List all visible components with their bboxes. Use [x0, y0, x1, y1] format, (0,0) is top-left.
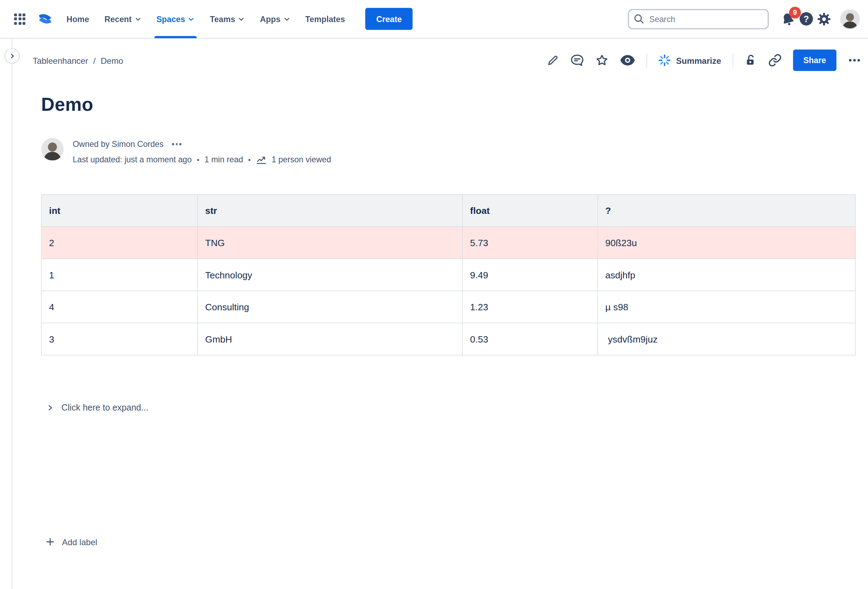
nav-item-apps[interactable]: Apps: [260, 0, 290, 38]
gear-icon: [817, 12, 831, 26]
notifications-button[interactable]: 9: [779, 9, 797, 29]
app-switcher-button[interactable]: [12, 12, 27, 26]
chevron-down-icon: [134, 15, 141, 22]
analytics-chart-icon: [256, 154, 267, 165]
nav-item-home[interactable]: Home: [66, 0, 90, 38]
data-table: int str float ? 2 TNG 5.73 90ß23u 1 Tech…: [41, 194, 855, 355]
active-tab-underline: [154, 36, 197, 38]
chevron-right-icon: [9, 53, 15, 59]
owner-avatar[interactable]: [41, 138, 63, 161]
breadcrumb: Tableenhancer / Demo: [32, 39, 123, 82]
byline-text: Owned by Simon Cordes Last updated: just…: [72, 138, 331, 166]
pencil-icon: [547, 54, 559, 66]
breadcrumb-page-link[interactable]: Demo: [101, 55, 123, 65]
table-cell: asdjhfp: [598, 259, 855, 291]
more-actions-button[interactable]: [848, 54, 861, 67]
ellipsis-icon: [848, 54, 861, 67]
chevron-down-icon: [188, 15, 195, 22]
column-header-int: int: [41, 194, 198, 227]
page-title: Demo: [41, 94, 93, 115]
table-cell: ysdvßm9juz: [598, 323, 855, 355]
byline: Owned by Simon Cordes Last updated: just…: [41, 138, 331, 166]
restrictions-button[interactable]: [744, 54, 757, 66]
table-cell: TNG: [198, 227, 462, 259]
search-field: [628, 9, 769, 29]
last-updated-label: Last updated: just a moment ago: [72, 155, 192, 164]
divider: [647, 53, 647, 67]
column-header-question: ?: [598, 194, 855, 227]
viewed-count-label[interactable]: 1 person viewed: [272, 155, 331, 164]
nav-item-spaces[interactable]: Spaces: [156, 0, 195, 38]
plus-icon: [45, 537, 55, 547]
confluence-logo-icon: [37, 11, 53, 26]
table-row: 2 TNG 5.73 90ß23u: [41, 227, 855, 259]
summarize-button[interactable]: Summarize: [658, 54, 721, 66]
table-header-row: int str float ?: [41, 194, 855, 227]
expand-toggle[interactable]: Click here to expand...: [47, 403, 148, 413]
question-mark-icon: ?: [799, 11, 813, 26]
table-cell: 9.49: [462, 259, 598, 291]
confluence-logo[interactable]: [37, 11, 53, 26]
edit-button[interactable]: [547, 54, 559, 66]
copy-link-button[interactable]: [768, 54, 782, 67]
dot-separator: •: [197, 155, 199, 164]
nav-label: Teams: [210, 15, 235, 24]
favourite-star-button[interactable]: [595, 54, 609, 67]
table-cell: Consulting: [198, 291, 462, 323]
column-header-float: float: [462, 194, 598, 227]
table-cell: 4: [41, 291, 198, 323]
table-cell: 2: [41, 227, 198, 259]
table-cell: 1.23: [462, 291, 598, 323]
table-cell: 1: [41, 259, 198, 291]
nav-item-recent[interactable]: Recent: [105, 0, 142, 38]
nav-label: Templates: [305, 15, 345, 24]
nav-label: Apps: [260, 15, 280, 24]
settings-button[interactable]: [815, 9, 833, 29]
share-button[interactable]: Share: [793, 49, 836, 71]
breadcrumb-separator: /: [93, 55, 96, 65]
comment-button[interactable]: [570, 54, 584, 67]
table-cell: 0.53: [462, 323, 598, 355]
search-icon: [633, 13, 645, 25]
help-button[interactable]: ?: [797, 9, 815, 29]
avatar-photo: [41, 138, 63, 161]
primary-nav: Home Recent Spaces Teams Apps Templates: [66, 0, 345, 38]
chevron-right-icon: [47, 404, 53, 411]
table-cell: 5.73: [462, 227, 598, 259]
chevron-down-icon: [283, 15, 290, 22]
page-actions: Summarize Share: [547, 39, 861, 82]
column-header-str: str: [198, 194, 462, 227]
svg-text:?: ?: [803, 14, 809, 24]
confluence-page: Home Recent Spaces Teams Apps Templates: [0, 0, 868, 589]
user-avatar[interactable]: [840, 9, 860, 29]
breadcrumb-space-link[interactable]: Tableenhancer: [32, 55, 88, 65]
add-label-button[interactable]: Add label: [45, 537, 97, 547]
sidebar-expand-button[interactable]: [4, 49, 20, 63]
search-input[interactable]: [628, 9, 769, 29]
star-icon: [595, 54, 609, 67]
table-row: 3 GmbH 0.53 ysdvßm9juz: [41, 323, 855, 355]
summarize-label: Summarize: [676, 55, 721, 65]
watch-button[interactable]: [620, 55, 635, 66]
divider: [732, 53, 733, 67]
table-cell: 90ß23u: [598, 227, 855, 259]
add-label-text: Add label: [62, 537, 97, 546]
content-left-divider: [11, 39, 12, 589]
table-cell: Technology: [198, 259, 462, 291]
nav-item-teams[interactable]: Teams: [210, 0, 245, 38]
sparkle-burst-icon: [658, 54, 671, 66]
page-header-bar: Tableenhancer / Demo: [0, 39, 868, 82]
byline-more-icon[interactable]: [170, 141, 183, 147]
table-row: 4 Consulting 1.23 µ s98: [41, 291, 855, 323]
top-navigation: Home Recent Spaces Teams Apps Templates: [0, 0, 868, 39]
chevron-down-icon: [238, 15, 245, 22]
nav-label: Spaces: [156, 15, 185, 24]
table-cell: µ s98: [598, 291, 855, 323]
create-button[interactable]: Create: [365, 8, 413, 30]
app-switcher-grid-icon: [12, 12, 27, 26]
avatar-photo: [840, 9, 860, 29]
table-cell: GmbH: [198, 323, 462, 355]
table-cell: 3: [41, 323, 198, 355]
owner-label[interactable]: Owned by Simon Cordes: [72, 140, 164, 149]
nav-item-templates[interactable]: Templates: [305, 0, 345, 38]
